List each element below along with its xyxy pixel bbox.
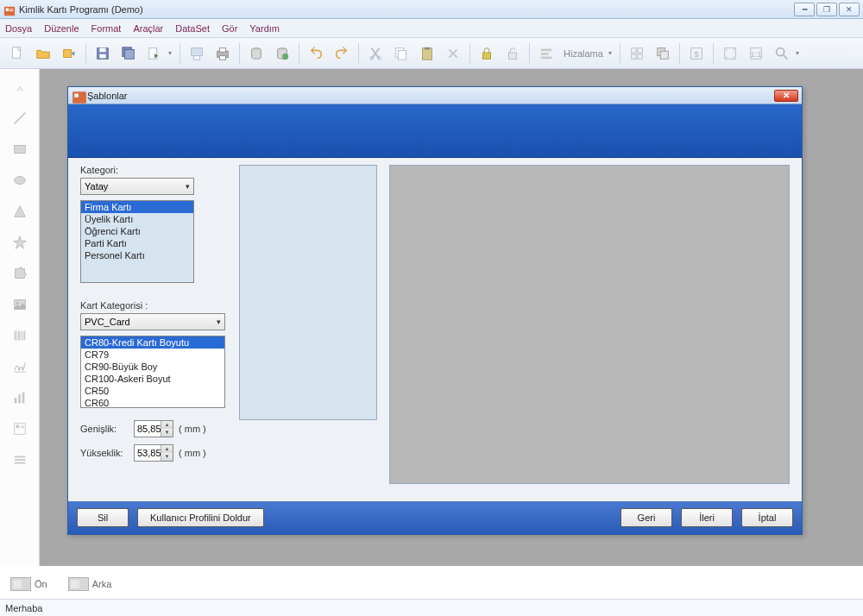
svg-point-46 (16, 302, 18, 305)
kart-size-listbox[interactable]: CR80-Kredi Kartı Boyutu CR79 CR90-Büyük … (80, 336, 225, 408)
template-tool-icon[interactable] (10, 419, 29, 438)
fit-icon[interactable] (718, 41, 742, 66)
undo-icon[interactable] (304, 41, 328, 66)
card-back-icon (68, 577, 89, 591)
copy-icon[interactable] (389, 41, 413, 66)
list-item[interactable]: CR50 (81, 385, 224, 397)
list-item[interactable]: CR80-Kredi Kartı Boyutu (81, 336, 224, 349)
menu-dataset[interactable]: DataSet (175, 23, 210, 34)
tab-arka[interactable]: Arka (61, 574, 119, 594)
menu-duzenle[interactable]: Düzenle (44, 23, 79, 34)
puzzle-tool-icon[interactable] (10, 264, 29, 283)
list-item[interactable]: Firma Kartı (81, 201, 193, 213)
layers-icon[interactable] (651, 41, 675, 66)
iptal-button[interactable]: İptal (741, 508, 793, 527)
menu-tool-icon[interactable] (10, 450, 29, 469)
list-item[interactable]: Parti Kartı (81, 237, 193, 249)
text-tool-icon[interactable]: A (10, 78, 29, 97)
list-item[interactable]: Üyelik Kartı (81, 213, 193, 225)
kart-kategori-dropdown[interactable]: PVC_Card (80, 313, 225, 330)
unit-label: ( mm ) (179, 424, 206, 434)
tab-on[interactable]: Ön (3, 574, 54, 594)
list-item[interactable]: CR90-Büyük Boy (81, 361, 224, 373)
genislik-label: Genişlik: (80, 424, 129, 434)
card-front-icon (10, 577, 31, 591)
export-icon[interactable] (142, 41, 167, 66)
chart-tool-icon[interactable] (10, 388, 29, 407)
close-button[interactable]: ✕ (839, 3, 860, 16)
yukseklik-input[interactable]: 53,85 ▲▼ (134, 444, 173, 462)
list-item[interactable]: CR60 (81, 397, 224, 408)
menu-yardim[interactable]: Yardım (249, 23, 280, 34)
svg-rect-43 (14, 146, 25, 154)
ellipse-tool-icon[interactable] (10, 171, 29, 190)
app-title: Kimlik Kartı Programı (Demo) (19, 4, 794, 15)
cut-icon[interactable] (363, 41, 387, 66)
geri-button[interactable]: Geri (620, 508, 672, 527)
new-icon[interactable] (5, 41, 29, 66)
delete-icon[interactable] (441, 41, 465, 66)
menu-gor[interactable]: Gör (222, 23, 237, 34)
kategori-listbox[interactable]: Firma Kartı Üyelik Kartı Öğrenci Kartı P… (80, 200, 194, 283)
svg-rect-59 (20, 427, 24, 428)
spinner-icon[interactable]: ▲▼ (161, 445, 173, 461)
menu-format[interactable]: Format (91, 23, 122, 34)
hizalama-dropdown-icon[interactable]: ▾ (608, 49, 615, 57)
svg-rect-50 (20, 331, 21, 341)
triangle-tool-icon[interactable] (10, 202, 29, 221)
svg-rect-30 (632, 47, 636, 52)
save-all-icon[interactable] (117, 41, 141, 66)
svg-text:1:1: 1:1 (750, 48, 762, 58)
spinner-icon[interactable]: ▲▼ (161, 421, 173, 437)
export-dropdown-icon[interactable]: ▾ (168, 49, 175, 57)
signature-tool-icon[interactable] (10, 357, 29, 376)
svg-rect-53 (14, 398, 16, 403)
svg-point-41 (777, 47, 784, 55)
database-icon[interactable] (244, 41, 268, 66)
svg-rect-29 (541, 56, 552, 59)
svg-text:A: A (16, 84, 22, 93)
dialog-footer: Sil Kullanıcı Profilini Doldur Geri İler… (68, 501, 802, 534)
actual-size-icon[interactable]: 1:1 (744, 41, 768, 66)
genislik-input[interactable]: 85,85 ▲▼ (134, 420, 173, 437)
menu-araclar[interactable]: Araçlar (133, 23, 163, 34)
svg-rect-9 (125, 49, 135, 59)
sil-button[interactable]: Sil (77, 508, 129, 527)
barcode-tool-icon[interactable] (10, 326, 29, 345)
unit-label: ( mm ) (179, 448, 206, 458)
grid-icon[interactable] (625, 41, 649, 66)
profil-button[interactable]: Kullanıcı Profilini Doldur (137, 508, 264, 527)
rect-tool-icon[interactable] (10, 140, 29, 159)
paste-icon[interactable] (415, 41, 439, 66)
print-preview-icon[interactable] (185, 41, 209, 66)
list-item[interactable]: Öğrenci Kartı (81, 225, 193, 237)
save-icon[interactable] (91, 41, 115, 66)
database-refresh-icon[interactable] (270, 41, 294, 66)
print-icon[interactable] (211, 41, 235, 66)
menu-dosya[interactable]: Dosya (5, 23, 32, 34)
list-item[interactable]: Personel Kartı (81, 249, 193, 261)
lock-icon[interactable] (475, 41, 499, 66)
line-tool-icon[interactable] (10, 109, 29, 128)
star-tool-icon[interactable] (10, 233, 29, 252)
zoom-icon[interactable] (770, 41, 794, 66)
open-icon[interactable] (31, 41, 55, 66)
svg-rect-23 (423, 47, 432, 59)
redo-icon[interactable] (330, 41, 354, 66)
maximize-button[interactable]: ❐ (816, 3, 837, 16)
image-tool-icon[interactable] (10, 295, 29, 314)
list-item[interactable]: CR79 (81, 349, 224, 361)
kategori-dropdown[interactable]: Yatay (80, 178, 194, 195)
import-icon[interactable] (57, 41, 81, 66)
align-icon[interactable] (534, 41, 558, 66)
zoom-dropdown-icon[interactable]: ▾ (796, 49, 803, 57)
unlock-icon[interactable] (501, 41, 525, 66)
small-preview (239, 165, 377, 420)
currency-icon[interactable]: $ (684, 41, 709, 66)
minimize-button[interactable]: ━ (794, 3, 815, 16)
svg-text:$: $ (694, 48, 699, 58)
dialog-close-button[interactable]: ✕ (774, 90, 798, 102)
list-item[interactable]: CR100-Askeri Boyut (81, 373, 224, 385)
kategori-label: Kategori: (80, 165, 227, 175)
ileri-button[interactable]: İleri (681, 508, 733, 527)
